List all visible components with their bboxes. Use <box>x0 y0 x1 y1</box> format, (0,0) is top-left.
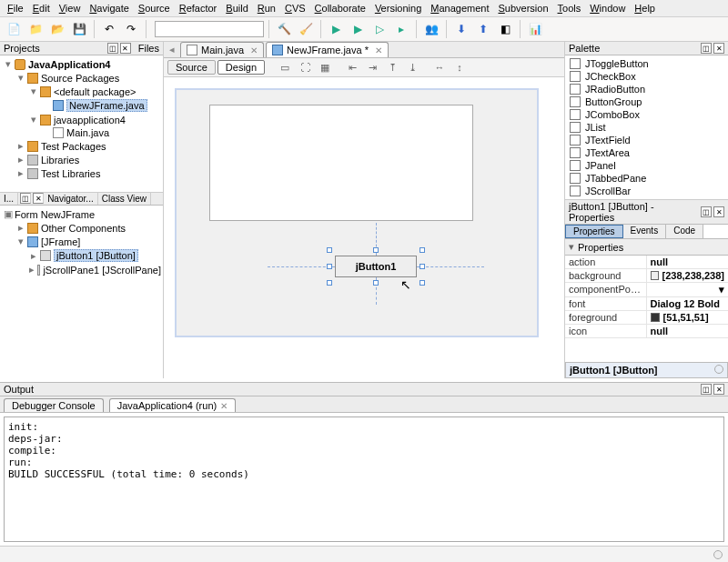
palette-list[interactable]: JToggleButtonJCheckBoxJRadioButtonButton… <box>565 55 728 199</box>
palette-item-jscrollbar[interactable]: JScrollBar <box>567 185 726 197</box>
menu-build[interactable]: Build <box>222 2 251 15</box>
resize-h-icon[interactable]: ↔ <box>430 59 449 75</box>
design-canvas[interactable]: jButton1 ↖ <box>164 77 564 378</box>
navigator-tree[interactable]: ▣Form NewJFrame ▸Other Components ▾[JFra… <box>0 206 163 278</box>
palette-item-jradiobutton[interactable]: JRadioButton <box>567 83 726 95</box>
menu-collaborate[interactable]: Collaborate <box>311 2 369 15</box>
nav-node-jbutton[interactable]: jButton1 [JButton] <box>54 249 138 262</box>
palette-item-jtabbedpane[interactable]: JTabbedPane <box>567 172 726 185</box>
cvs-update-icon[interactable]: ⬇ <box>451 19 471 39</box>
palette-item-jcheckbox[interactable]: JCheckBox <box>567 70 726 83</box>
source-button[interactable]: Source <box>167 60 216 75</box>
editor-tabs: ◂ Main.java✕ NewJFrame.java *✕ <box>164 42 564 58</box>
palette-item-jtextarea[interactable]: JTextArea <box>567 146 726 159</box>
align-right-icon[interactable]: ⇥ <box>363 59 381 75</box>
selection-mode-icon[interactable]: ▭ <box>276 59 294 75</box>
menu-source[interactable]: Source <box>135 2 174 15</box>
jframe-design[interactable]: jButton1 <box>175 88 539 337</box>
palette-item-jpanel[interactable]: JPanel <box>567 159 726 172</box>
preview-icon[interactable]: ▦ <box>316 59 334 75</box>
designer-toolbar: Source Design ▭ ⛶ ▦ ⇤ ⇥ ⤒ ⤓ ↔ ↕ <box>164 58 564 77</box>
jscrollpane-design[interactable] <box>209 105 473 221</box>
profile-icon[interactable]: 📊 <box>525 19 545 39</box>
cvs-diff-icon[interactable]: ◧ <box>495 19 515 39</box>
properties-section[interactable]: ▾Properties <box>565 239 728 256</box>
menu-view[interactable]: View <box>56 2 85 15</box>
tab-main-java[interactable]: Main.java✕ <box>180 42 264 57</box>
events-tab[interactable]: Events <box>623 225 667 238</box>
save-all-icon[interactable]: 💾 <box>69 19 89 39</box>
tab-scroll-left-icon[interactable]: ◂ <box>169 42 180 57</box>
connection-mode-icon[interactable]: ⛶ <box>296 59 314 75</box>
code-tab[interactable]: Code <box>666 225 703 238</box>
attach-icon[interactable]: ▸ <box>391 19 411 39</box>
align-bottom-icon[interactable]: ⤓ <box>403 59 421 75</box>
menu-window[interactable]: Window <box>586 2 629 15</box>
debug-icon[interactable]: ▶ <box>326 19 346 39</box>
run-output-tab[interactable]: JavaApplication4 (run)✕ <box>109 398 236 412</box>
properties-tab[interactable]: Properties <box>565 225 623 238</box>
minimize-icon[interactable]: ◫ <box>107 43 118 54</box>
prop-row-action[interactable]: actionnull <box>565 256 728 269</box>
close-icon[interactable]: ✕ <box>713 43 724 54</box>
menu-file[interactable]: File <box>4 2 27 15</box>
menu-tools[interactable]: Tools <box>554 2 585 15</box>
tree-node-newjframe[interactable]: NewJFrame.java <box>66 99 147 112</box>
menu-edit[interactable]: Edit <box>29 2 54 15</box>
close-icon[interactable]: ✕ <box>220 401 228 411</box>
properties-grid[interactable]: actionnullbackground[238,238,238]compone… <box>565 256 728 362</box>
palette-item-jcombobox[interactable]: JComboBox <box>567 108 726 121</box>
build-icon[interactable]: 🔨 <box>274 19 294 39</box>
minimize-icon[interactable]: ◫ <box>701 206 712 217</box>
menu-versioning[interactable]: Versioning <box>371 2 425 15</box>
minimize-icon[interactable]: ◫ <box>701 384 712 395</box>
projects-tab[interactable]: Projects <box>4 43 40 54</box>
search-input[interactable] <box>155 21 264 37</box>
main-toolbar: 📄 📁 📂 💾 ↶ ↷ 🔨 🧹 ▶ ▶ ▷ ▸ 👥 ⬇ ⬆ ◧ 📊 <box>0 17 728 42</box>
close-icon[interactable]: ✕ <box>375 45 382 55</box>
close-icon[interactable]: ✕ <box>250 45 258 55</box>
redo-icon[interactable]: ↷ <box>121 19 141 39</box>
palette-item-jlist[interactable]: JList <box>567 121 726 134</box>
new-project-icon[interactable]: 📁 <box>25 19 46 39</box>
resize-v-icon[interactable]: ↕ <box>450 59 469 75</box>
align-top-icon[interactable]: ⤒ <box>383 59 401 75</box>
menu-help[interactable]: Help <box>631 2 659 15</box>
palette-item-buttongroup[interactable]: ButtonGroup <box>567 95 726 108</box>
collab-icon[interactable]: 👥 <box>421 19 441 39</box>
close-icon[interactable]: ✕ <box>713 206 724 217</box>
files-tab[interactable]: Files <box>138 43 159 54</box>
debugger-console-tab[interactable]: Debugger Console <box>4 398 104 412</box>
minimize-icon[interactable]: ◫ <box>701 43 712 54</box>
align-left-icon[interactable]: ⇤ <box>343 59 361 75</box>
prop-row-icon[interactable]: iconnull <box>565 325 728 338</box>
menu-management[interactable]: Management <box>427 2 492 15</box>
clean-build-icon[interactable]: 🧹 <box>296 19 316 39</box>
console-output[interactable]: init: deps-jar: compile: run: BUILD SUCC… <box>4 416 724 542</box>
design-button[interactable]: Design <box>217 60 265 75</box>
palette-item-jtextfield[interactable]: JTextField <box>567 134 726 146</box>
nav-close-icon[interactable]: ✕ <box>33 193 44 204</box>
tab-newjframe[interactable]: NewJFrame.java *✕ <box>266 42 389 57</box>
cvs-commit-icon[interactable]: ⬆ <box>473 19 493 39</box>
close-icon[interactable]: ✕ <box>120 43 131 54</box>
prop-row-font[interactable]: fontDialog 12 Bold <box>565 297 728 311</box>
close-icon[interactable]: ✕ <box>713 384 724 395</box>
undo-icon[interactable]: ↶ <box>99 19 119 39</box>
new-file-icon[interactable]: 📄 <box>4 19 24 39</box>
menu-refactor[interactable]: Refactor <box>176 2 221 15</box>
prop-row-componentPopupMenu[interactable]: componentPopupMenu▾ <box>565 283 728 297</box>
prop-row-foreground[interactable]: foreground[51,51,51] <box>565 311 728 325</box>
menu-subversion[interactable]: Subversion <box>494 2 551 15</box>
nav-min-icon[interactable]: ◫ <box>20 193 31 204</box>
prop-row-background[interactable]: background[238,238,238] <box>565 269 728 283</box>
run-main-icon[interactable]: ▷ <box>369 19 389 39</box>
menu-navigate[interactable]: Navigate <box>86 2 132 15</box>
output-pane: Output ◫✕ Debugger Console JavaApplicati… <box>0 382 728 546</box>
menu-run[interactable]: Run <box>254 2 279 15</box>
run-icon[interactable]: ▶ <box>348 19 368 39</box>
palette-item-jtogglebutton[interactable]: JToggleButton <box>567 57 726 70</box>
open-icon[interactable]: 📂 <box>47 19 67 39</box>
menu-cvs[interactable]: CVS <box>281 2 309 15</box>
project-tree[interactable]: ▾JavaApplication4 ▾Source Packages ▾<def… <box>0 55 163 192</box>
